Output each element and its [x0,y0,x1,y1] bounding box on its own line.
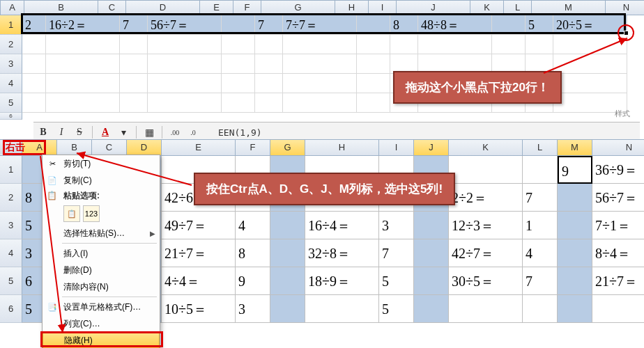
col-header-C[interactable]: C [98,1,126,15]
cell[interactable]: 2 [22,15,46,35]
menu-paste-special[interactable]: 选择性粘贴(S)…▶ [43,225,160,242]
col-header-A[interactable]: A [22,140,57,155]
col-header-B[interactable]: B [57,140,92,155]
col-header-I[interactable]: I [369,1,397,15]
col-header-F[interactable]: F [233,1,261,15]
cell[interactable]: 7÷1＝ [592,212,644,239]
cell[interactable]: 7 [523,184,558,212]
cell[interactable]: 5 [379,267,414,295]
cell[interactable]: 12÷3＝ [449,212,523,239]
cell[interactable]: 5 [526,15,553,35]
cell[interactable] [120,35,148,54]
cell[interactable] [270,239,305,267]
col-header-E[interactable]: E [200,1,233,15]
col-header-K[interactable]: K [470,1,504,15]
cell[interactable]: 7÷7＝ [283,15,357,35]
cell[interactable] [270,295,305,323]
cell[interactable]: 16÷4＝ [305,212,379,239]
cell[interactable] [270,212,305,239]
col-header-B[interactable]: B [24,1,98,15]
menu-hide[interactable]: 隐藏(H) [43,332,160,348]
row-header[interactable]: 3 [0,212,22,239]
cell[interactable] [357,54,390,74]
cell[interactable] [22,35,46,54]
cell[interactable] [558,267,592,295]
cell[interactable]: 7 [120,15,148,35]
row-header[interactable]: 6 [0,113,22,120]
menu-column-width[interactable]: 列宽(C)… [43,315,160,332]
col-header-I[interactable]: I [379,140,414,155]
row-header[interactable]: 4 [0,74,22,93]
cell[interactable] [414,295,449,323]
col-header-N[interactable]: N [606,1,644,15]
menu-cut[interactable]: ✂剪切(T) [43,155,160,172]
cell[interactable]: 56÷7＝ [592,184,644,212]
cell[interactable] [22,74,46,93]
paste-option-1[interactable]: 📋 [63,205,80,222]
cell[interactable]: 8 [390,15,418,35]
cell[interactable]: 36÷9＝ [592,156,644,184]
cell[interactable]: 8 [236,239,270,267]
cell[interactable]: 21÷7＝ [162,239,236,267]
cell[interactable]: 20÷5＝ [553,15,627,35]
cell[interactable]: 10÷5＝ [162,295,236,323]
cell[interactable]: 16÷2＝ [46,15,120,35]
cell[interactable]: 2÷2＝ [449,184,523,212]
cell[interactable] [523,156,558,184]
col-header-K[interactable]: K [449,140,523,155]
col-header-L[interactable]: L [523,140,558,155]
cell[interactable] [255,93,283,113]
cell[interactable] [283,74,357,93]
row-header[interactable]: 1 [0,156,22,184]
menu-copy[interactable]: 📄复制(C) [43,172,160,189]
cell[interactable]: 32÷8＝ [305,239,379,267]
cell[interactable] [222,93,255,113]
row-header[interactable]: 6 [0,295,22,323]
cell[interactable] [418,35,492,54]
cell[interactable] [449,156,523,184]
cell[interactable]: 7 [379,239,414,267]
cell[interactable]: 18÷9＝ [305,267,379,295]
row-header[interactable]: 4 [0,239,22,267]
cell[interactable] [414,239,449,267]
col-header-M[interactable]: M [532,1,606,15]
cell[interactable] [120,54,148,74]
col-header-A[interactable]: A [1,1,24,15]
col-header-C[interactable]: C [92,140,127,155]
menu-insert[interactable]: 插入(I) [43,245,160,262]
col-header-H[interactable]: H [305,140,379,155]
fill-color-button[interactable]: ▾ [116,125,130,139]
decrease-decimal-button[interactable]: .0 [186,125,200,139]
col-header-J[interactable]: J [397,1,470,15]
col-header-J[interactable]: J [414,140,449,155]
cell[interactable] [148,74,222,93]
cell[interactable] [390,35,418,54]
cell[interactable]: 49÷7＝ [162,212,236,239]
cell[interactable]: 42÷7＝ [449,239,523,267]
cell[interactable] [558,184,592,212]
menu-delete[interactable]: 删除(D) [43,262,160,278]
cell[interactable] [558,212,592,239]
cell[interactable] [357,15,390,35]
col-header-G[interactable]: G [261,1,335,15]
cell[interactable]: 9 [236,267,270,295]
cell[interactable] [526,35,553,54]
cell[interactable] [222,74,255,93]
cell[interactable] [305,295,379,323]
cell[interactable]: 3 [236,295,270,323]
increase-decimal-button[interactable]: .00 [168,125,182,139]
cell[interactable]: 4 [523,239,558,267]
cell[interactable] [283,93,357,113]
col-header-D[interactable]: D [126,1,200,15]
cell[interactable]: 7 [255,15,283,35]
cell[interactable] [553,35,627,54]
cell[interactable] [357,74,390,93]
row-header[interactable]: 5 [0,267,22,295]
cell[interactable] [148,35,222,54]
cell[interactable] [222,15,255,35]
cell[interactable] [120,93,148,113]
cell[interactable] [492,35,526,54]
cell[interactable]: 1 [523,212,558,239]
cell[interactable] [120,74,148,93]
cell[interactable]: 4 [236,212,270,239]
